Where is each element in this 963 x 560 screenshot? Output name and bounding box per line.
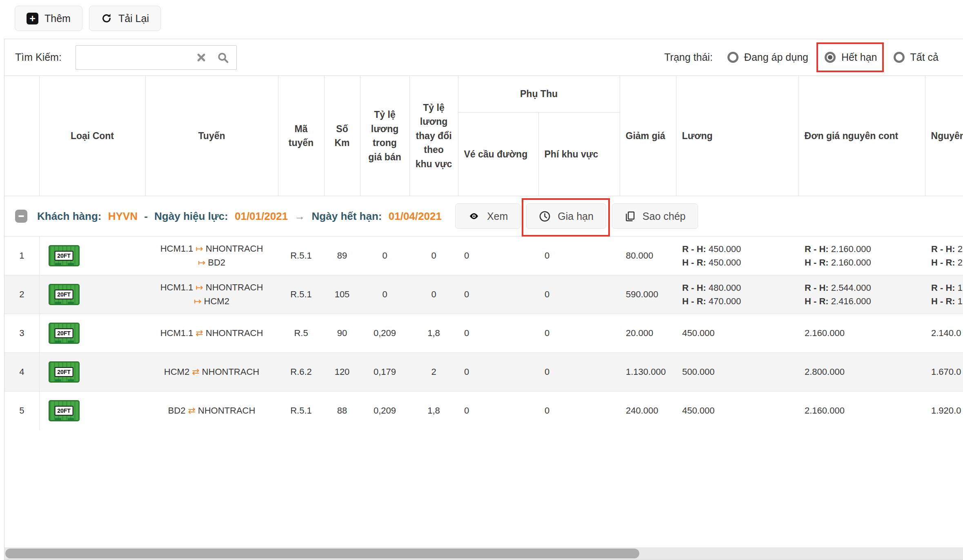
- route-cell: BD2⇄NHONTRACH: [145, 392, 278, 430]
- toolbar: + Thêm Tải Lại: [0, 0, 963, 31]
- table-row[interactable]: 1 20FT HCM1.1↦NHONTRACH↦BD2 R.5.1 89 0 0…: [4, 237, 963, 275]
- container-20ft-icon: 20FT: [49, 400, 80, 421]
- status-radio-option[interactable]: Tất cả: [894, 51, 939, 63]
- table-row[interactable]: 5 20FT BD2⇄NHONTRACH R.5.1 88 0,209 1,8 …: [4, 392, 963, 430]
- container-20ft-icon: 20FT: [49, 361, 80, 383]
- header-nguyen-gom: Nguyên gồm vé: [925, 76, 963, 196]
- price-incl-cell: R - H: 2H - R: 2: [925, 237, 963, 275]
- unit-price-cell: 2.800.000: [798, 353, 925, 392]
- horizontal-scrollbar[interactable]: [4, 547, 963, 560]
- route-arrow-icon: ↦: [196, 282, 203, 292]
- header-ma-tuyen: Mã tuyến: [278, 76, 324, 196]
- region-fee-cell: 0: [538, 314, 620, 353]
- reload-button-label: Tải Lại: [118, 13, 149, 24]
- container-size-label: 20FT: [54, 251, 73, 261]
- add-button[interactable]: + Thêm: [15, 6, 82, 31]
- container-size-label: 20FT: [54, 328, 73, 338]
- table-row[interactable]: 4 20FT HCM2⇄NHONTRACH R.6.2 120 0,179 2 …: [4, 353, 963, 392]
- region-fee-cell: 0: [538, 275, 620, 314]
- sao-chep-button[interactable]: Sao chép: [612, 204, 698, 229]
- gia-han-button-label: Gia hạn: [558, 210, 594, 222]
- customer-code: HYVN: [108, 210, 138, 222]
- search-icon[interactable]: [217, 51, 229, 64]
- discount-cell: 590.000: [620, 275, 676, 314]
- radio-icon[interactable]: [894, 52, 905, 63]
- salary-cell: R - H: 480.000H - R: 470.000: [676, 275, 798, 314]
- toll-cell: 0: [458, 353, 538, 392]
- region-fee-cell: 0: [538, 237, 620, 275]
- scrollbar-thumb[interactable]: [5, 549, 639, 558]
- container-20ft-icon: 20FT: [49, 245, 80, 266]
- radio-label: Đang áp dụng: [744, 51, 808, 63]
- clock-icon: [539, 210, 551, 222]
- route-cell: HCM1.1↦NHONTRACH↦HCM2: [145, 275, 278, 314]
- header-don-gia-nguyen-cont: Đơn giá nguyên cont: [798, 76, 925, 196]
- route-code-cell: R.5.1: [278, 275, 324, 314]
- header-phu-thu: Phụ Thu: [458, 76, 620, 113]
- gia-han-button[interactable]: Gia hạn: [526, 204, 606, 229]
- radio-icon[interactable]: [727, 52, 738, 63]
- region-ratio-cell: 2: [409, 353, 458, 392]
- price-incl-cell: 1.670.0: [925, 353, 963, 392]
- route-cell: HCM1.1⇄NHONTRACH: [145, 314, 278, 353]
- header-so-km: Số Km: [324, 76, 360, 196]
- km-cell: 88: [324, 392, 360, 430]
- discount-cell: 20.000: [620, 314, 676, 353]
- radio-icon[interactable]: [825, 52, 836, 63]
- header-ve-cau-duong: Vé cầu đường: [458, 113, 538, 196]
- filter-bar: Tìm Kiếm: Trạng thái: Đang áp dụng Hết h…: [4, 39, 963, 75]
- header-row-num: [4, 76, 39, 196]
- table-scroll-area: Loại Cont Tuyến Mã tuyến Số Km Tỷ lệ lươ…: [4, 75, 963, 547]
- cont-type-cell: 20FT: [39, 237, 145, 275]
- salary-ratio-cell: 0,209: [360, 392, 409, 430]
- search-input[interactable]: [83, 52, 186, 63]
- row-number: 2: [4, 275, 39, 314]
- container-20ft-icon: 20FT: [49, 284, 80, 305]
- header-tyle-khu-vuc: Tỷ lệ lương thay đổi theo khu vực: [409, 76, 458, 196]
- status-radio-option[interactable]: Hết hạn: [825, 51, 877, 63]
- cont-type-cell: 20FT: [39, 353, 145, 392]
- expiry-date-label: Ngày hết hạn:: [312, 210, 382, 222]
- header-phi-khu-vuc: Phí khu vực: [538, 113, 620, 196]
- salary-ratio-cell: 0: [360, 275, 409, 314]
- discount-cell: 80.000: [620, 237, 676, 275]
- table-row[interactable]: 2 20FT HCM1.1↦NHONTRACH↦HCM2 R.5.1 105 0…: [4, 275, 963, 314]
- route-code-cell: R.5: [278, 314, 324, 353]
- customer-group-row: Khách hàng: HYVN - Ngày hiệu lực: 01/01/…: [4, 196, 963, 237]
- search-box: [76, 45, 237, 70]
- route-code-cell: R.5.1: [278, 237, 324, 275]
- discount-cell: 240.000: [620, 392, 676, 430]
- route-arrow-icon: ⇄: [196, 328, 203, 338]
- toll-cell: 0: [458, 237, 538, 275]
- salary-cell: 450.000: [676, 392, 798, 430]
- km-cell: 120: [324, 353, 360, 392]
- reload-button[interactable]: Tải Lại: [89, 6, 161, 31]
- copy-icon: [625, 210, 636, 222]
- route-code-cell: R.5.1: [278, 392, 324, 430]
- route-arrow-icon: ⇄: [192, 367, 199, 377]
- cont-type-cell: 20FT: [39, 275, 145, 314]
- unit-price-cell: 2.160.000: [798, 392, 925, 430]
- main-panel: Tìm Kiếm: Trạng thái: Đang áp dụng Hết h…: [4, 39, 963, 560]
- effective-date-label: Ngày hiệu lực:: [154, 210, 228, 222]
- table-body: Khách hàng: HYVN - Ngày hiệu lực: 01/01/…: [4, 196, 963, 430]
- region-ratio-cell: 1,8: [409, 314, 458, 353]
- sao-chep-button-label: Sao chép: [643, 210, 686, 222]
- table-row[interactable]: 3 20FT HCM1.1⇄NHONTRACH R.5 90 0,209 1,8…: [4, 314, 963, 353]
- collapse-group-icon[interactable]: [15, 210, 27, 223]
- toll-cell: 0: [458, 392, 538, 430]
- container-size-label: 20FT: [54, 367, 73, 377]
- header-tyle-gia-ban: Tỷ lệ lương trong giá bán: [360, 76, 409, 196]
- salary-cell: 500.000: [676, 353, 798, 392]
- salary-cell: R - H: 450.000H - R: 450.000: [676, 237, 798, 275]
- rates-table: Loại Cont Tuyến Mã tuyến Số Km Tỷ lệ lươ…: [4, 75, 963, 430]
- route-cell: HCM2⇄NHONTRACH: [145, 353, 278, 392]
- expiry-date: 01/04/2021: [389, 210, 442, 222]
- customer-label: Khách hàng:: [37, 210, 101, 222]
- xem-button[interactable]: Xem: [455, 204, 520, 229]
- toll-cell: 0: [458, 275, 538, 314]
- route-arrow-icon: ⇄: [188, 405, 195, 416]
- status-radio-option[interactable]: Đang áp dụng: [727, 51, 808, 63]
- region-ratio-cell: 1,8: [409, 392, 458, 430]
- clear-search-icon[interactable]: [196, 53, 206, 62]
